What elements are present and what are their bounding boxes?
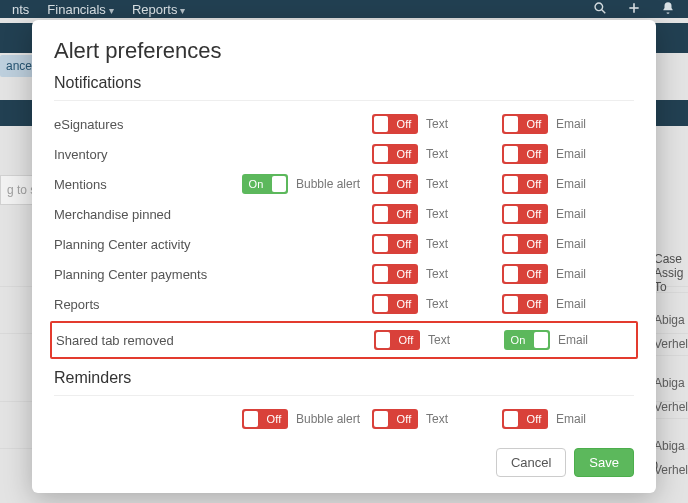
notification-name: Inventory (54, 147, 242, 162)
toggle-label: Email (556, 207, 586, 221)
toggle-email[interactable]: Off (502, 234, 548, 254)
toggle-label: Email (556, 297, 586, 311)
notification-name: Merchandise pinned (54, 207, 242, 222)
notification-row: Merchandise pinnedOffTextOffEmail (54, 199, 634, 229)
notification-row: MentionsOnBubble alertOffTextOffEmail (54, 169, 634, 199)
toggle-label: Text (426, 237, 448, 251)
toggle-text[interactable]: Off (372, 264, 418, 284)
alert-preferences-modal: Alert preferences Notifications eSignatu… (32, 20, 656, 493)
toggle-text[interactable]: Off (372, 144, 418, 164)
toggle-label: Text (426, 177, 448, 191)
notification-row: Planning Center paymentsOffTextOffEmail (54, 259, 634, 289)
toggle-email[interactable]: Off (502, 174, 548, 194)
toggle-label: Bubble alert (296, 177, 360, 191)
toggle-email[interactable]: Off (502, 294, 548, 314)
notification-row: InventoryOffTextOffEmail (54, 139, 634, 169)
modal-title: Alert preferences (54, 38, 634, 64)
toggle-text[interactable]: Off (372, 294, 418, 314)
notification-name: Planning Center activity (54, 237, 242, 252)
notification-row: ReportsOffTextOffEmail (54, 289, 634, 319)
modal-footer: Cancel Save (54, 448, 634, 477)
section-heading-notifications: Notifications (54, 74, 634, 92)
toggle-label: Text (426, 412, 448, 426)
reminder-row: OffBubble alertOffTextOffEmail (54, 404, 634, 434)
notification-row: eSignaturesOffTextOffEmail (54, 109, 634, 139)
toggle-text[interactable]: Off (372, 114, 418, 134)
toggle-text[interactable]: Off (372, 204, 418, 224)
toggle-email[interactable]: Off (502, 264, 548, 284)
toggle-text[interactable]: Off (372, 234, 418, 254)
toggle-label: Email (556, 177, 586, 191)
toggle-label: Email (556, 147, 586, 161)
save-button[interactable]: Save (574, 448, 634, 477)
toggle-text[interactable]: Off (372, 174, 418, 194)
notification-row: Shared tab removedOffTextOnEmail (50, 321, 638, 359)
toggle-bubble[interactable]: On (242, 174, 288, 194)
toggle-email[interactable]: Off (502, 114, 548, 134)
section-heading-reminders: Reminders (54, 369, 634, 387)
toggle-label: Email (556, 267, 586, 281)
toggle-label: Bubble alert (296, 412, 360, 426)
toggle-text[interactable]: Off (374, 330, 420, 350)
toggle-label: Email (556, 237, 586, 251)
notification-name: Shared tab removed (56, 333, 244, 348)
toggle-bubble[interactable]: Off (242, 409, 288, 429)
notification-name: Mentions (54, 177, 242, 192)
toggle-label: Email (556, 117, 586, 131)
toggle-text[interactable]: Off (372, 409, 418, 429)
toggle-email[interactable]: Off (502, 204, 548, 224)
notification-name: Planning Center payments (54, 267, 242, 282)
cancel-button[interactable]: Cancel (496, 448, 566, 477)
divider (54, 395, 634, 396)
notification-name: eSignatures (54, 117, 242, 132)
toggle-label: Text (426, 297, 448, 311)
toggle-email[interactable]: Off (502, 144, 548, 164)
toggle-label: Text (426, 147, 448, 161)
toggle-label: Text (426, 207, 448, 221)
toggle-label: Text (426, 117, 448, 131)
toggle-label: Email (558, 333, 588, 347)
notification-name: Reports (54, 297, 242, 312)
toggle-label: Text (426, 267, 448, 281)
toggle-email[interactable]: Off (502, 409, 548, 429)
divider (54, 100, 634, 101)
notification-row: Planning Center activityOffTextOffEmail (54, 229, 634, 259)
toggle-label: Text (428, 333, 450, 347)
toggle-label: Email (556, 412, 586, 426)
toggle-email[interactable]: On (504, 330, 550, 350)
